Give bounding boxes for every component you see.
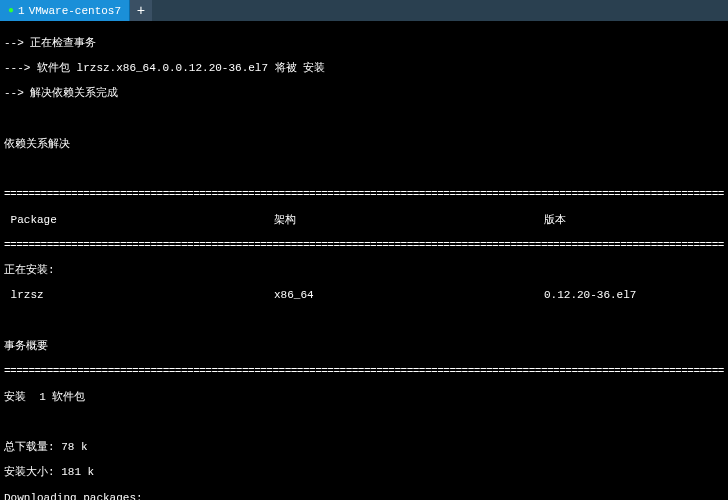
- col-arch: 架构: [274, 214, 544, 227]
- output-line: 安装大小: 181 k: [4, 466, 724, 479]
- add-tab-button[interactable]: +: [130, 0, 152, 21]
- separator-line: ========================================…: [4, 365, 724, 378]
- separator-line: ========================================…: [4, 239, 724, 252]
- tab-vmware-centos7[interactable]: ● 1 VMware-centos7: [0, 0, 130, 21]
- tab-title: VMware-centos7: [29, 5, 121, 17]
- output-line: --> 解决依赖关系完成: [4, 87, 724, 100]
- pkg-arch: x86_64: [274, 289, 544, 302]
- pkg-version: 0.12.20-36.el7: [544, 289, 724, 302]
- output-line: Downloading packages:: [4, 492, 724, 500]
- table-header: Package 架构 版本: [4, 214, 724, 227]
- plus-icon: +: [137, 3, 145, 19]
- output-line: 安装 1 软件包: [4, 391, 724, 404]
- terminal-output[interactable]: --> 正在检查事务 ---> 软件包 lrzsz.x86_64.0.0.12.…: [0, 22, 728, 500]
- separator-line: ========================================…: [4, 188, 724, 201]
- output-line: --> 正在检查事务: [4, 37, 724, 50]
- pkg-name: lrzsz: [4, 289, 274, 302]
- output-line: [4, 315, 724, 328]
- col-version: 版本: [544, 214, 724, 227]
- output-line: [4, 112, 724, 125]
- output-line: ---> 软件包 lrzsz.x86_64.0.0.12.20-36.el7 将…: [4, 62, 724, 75]
- tab-index: 1: [18, 5, 25, 17]
- table-row: lrzsz x86_64 0.12.20-36.el7: [4, 289, 724, 302]
- output-line: [4, 163, 724, 176]
- output-line: 正在安装:: [4, 264, 724, 277]
- output-line: [4, 416, 724, 429]
- output-line: 总下载量: 78 k: [4, 441, 724, 454]
- tab-bar: ● 1 VMware-centos7 +: [0, 0, 728, 22]
- output-line: 事务概要: [4, 340, 724, 353]
- tab-status-dot-icon: ●: [8, 5, 14, 16]
- col-package: Package: [4, 214, 274, 227]
- output-line: 依赖关系解决: [4, 138, 724, 151]
